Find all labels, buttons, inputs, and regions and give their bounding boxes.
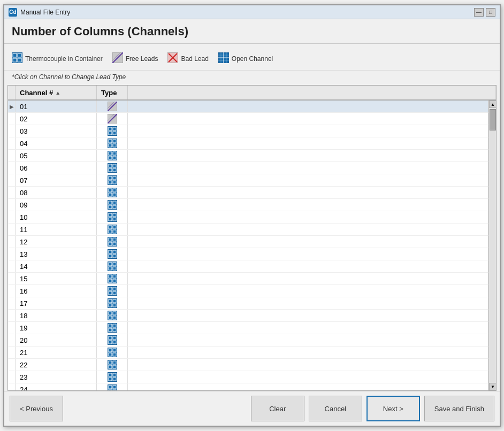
channel-cell[interactable]: 24 — [16, 383, 97, 390]
channel-cell[interactable]: 06 — [16, 162, 97, 174]
channel-cell[interactable]: 13 — [16, 248, 97, 260]
channel-cell[interactable]: 22 — [16, 359, 97, 371]
table-row[interactable]: 17 — [8, 297, 488, 310]
channel-cell[interactable]: 03 — [16, 125, 97, 137]
table-row[interactable]: 11 — [8, 224, 488, 236]
table-row[interactable]: 05 — [8, 150, 488, 162]
table-row[interactable]: 15 — [8, 273, 488, 285]
svg-rect-34 — [108, 151, 117, 160]
scrollbar[interactable]: ▲ ▼ — [488, 101, 496, 390]
row-arrow — [8, 297, 16, 309]
row-rest — [128, 371, 488, 383]
clear-button[interactable]: Clear — [251, 396, 304, 421]
type-cell[interactable] — [97, 383, 128, 390]
header-type: Type — [97, 86, 128, 99]
type-cell[interactable] — [97, 162, 128, 174]
channels-table: Channel # ▲ Type ▶01 02 03 04 — [7, 85, 497, 391]
table-row[interactable]: 20 — [8, 334, 488, 347]
svg-rect-59 — [108, 212, 117, 222]
type-cell[interactable] — [97, 334, 128, 346]
type-cell[interactable] — [97, 260, 128, 272]
table-row[interactable]: 22 — [8, 359, 488, 371]
type-cell[interactable] — [97, 310, 128, 321]
type-cell[interactable] — [97, 224, 128, 235]
type-cell[interactable] — [97, 347, 128, 358]
type-cell[interactable] — [97, 273, 128, 284]
channel-cell[interactable]: 16 — [16, 285, 97, 297]
channel-cell[interactable]: 17 — [16, 297, 97, 309]
channel-cell[interactable]: 21 — [16, 347, 97, 358]
save-finish-button[interactable]: Save and Finish — [424, 396, 494, 421]
channel-cell[interactable]: 15 — [16, 273, 97, 284]
type-cell[interactable] — [97, 322, 128, 334]
table-body[interactable]: ▶01 02 03 04 05 06 — [8, 101, 488, 390]
type-cell[interactable] — [97, 150, 128, 161]
channel-cell[interactable]: 23 — [16, 371, 97, 383]
type-cell[interactable] — [97, 285, 128, 297]
svg-rect-54 — [108, 200, 117, 210]
channel-cell[interactable]: 04 — [16, 137, 97, 149]
row-arrow — [8, 310, 16, 321]
table-row[interactable]: 18 — [8, 310, 488, 322]
table-header: Channel # ▲ Type — [8, 86, 496, 101]
svg-rect-0 — [12, 52, 22, 63]
channel-cell[interactable]: 07 — [16, 174, 97, 186]
table-row[interactable]: 24 — [8, 383, 488, 390]
table-row[interactable]: 13 — [8, 248, 488, 260]
type-cell[interactable] — [97, 359, 128, 371]
type-cell[interactable] — [97, 199, 128, 211]
open-channel-icon — [218, 52, 229, 65]
table-row[interactable]: 19 — [8, 322, 488, 334]
next-button[interactable]: Next > — [366, 396, 420, 421]
channel-cell[interactable]: 18 — [16, 310, 97, 321]
thermocouple-label: Thermocouple in Container — [25, 55, 103, 63]
type-cell[interactable] — [97, 248, 128, 260]
svg-rect-94 — [108, 298, 117, 308]
type-cell[interactable] — [97, 174, 128, 186]
channel-cell[interactable]: 14 — [16, 260, 97, 272]
table-row[interactable]: 04 — [8, 137, 488, 150]
title-bar: Cd Manual File Entry — □ — [4, 5, 500, 19]
table-row[interactable]: 03 — [8, 125, 488, 137]
channel-cell[interactable]: 05 — [16, 150, 97, 161]
table-row[interactable]: 16 — [8, 285, 488, 297]
table-row[interactable]: 09 — [8, 199, 488, 211]
table-row[interactable]: 10 — [8, 211, 488, 224]
table-row[interactable]: 02 — [8, 113, 488, 125]
type-cell[interactable] — [97, 101, 128, 112]
channel-cell[interactable]: 11 — [16, 224, 97, 235]
table-row[interactable]: 07 — [8, 174, 488, 187]
cancel-button[interactable]: Cancel — [309, 396, 362, 421]
type-cell[interactable] — [97, 187, 128, 198]
header-channel[interactable]: Channel # ▲ — [16, 86, 97, 99]
previous-button[interactable]: < Previous — [10, 396, 63, 421]
type-cell[interactable] — [97, 137, 128, 149]
channel-cell[interactable]: 02 — [16, 113, 97, 125]
channel-cell[interactable]: 08 — [16, 187, 97, 198]
channel-cell[interactable]: 01 — [16, 101, 97, 112]
channel-cell[interactable]: 10 — [16, 211, 97, 223]
table-row[interactable]: 06 — [8, 162, 488, 174]
channel-cell[interactable]: 19 — [16, 322, 97, 334]
table-row[interactable]: ▶01 — [8, 101, 488, 113]
table-row[interactable]: 08 — [8, 187, 488, 199]
type-cell[interactable] — [97, 371, 128, 383]
minimize-button[interactable]: — — [474, 8, 484, 17]
table-row[interactable]: 12 — [8, 236, 488, 248]
channel-cell[interactable]: 12 — [16, 236, 97, 248]
channel-cell[interactable]: 20 — [16, 334, 97, 346]
maximize-button[interactable]: □ — [486, 8, 495, 17]
row-rest — [128, 334, 488, 346]
type-cell[interactable] — [97, 297, 128, 309]
type-cell[interactable] — [97, 236, 128, 248]
table-row[interactable]: 23 — [8, 371, 488, 383]
table-row[interactable]: 14 — [8, 260, 488, 273]
scroll-thumb[interactable] — [490, 109, 496, 130]
table-row[interactable]: 21 — [8, 347, 488, 359]
type-cell[interactable] — [97, 113, 128, 125]
channel-cell[interactable]: 09 — [16, 199, 97, 211]
scroll-up-button[interactable]: ▲ — [489, 101, 496, 108]
scroll-down-button[interactable]: ▼ — [489, 383, 496, 390]
type-cell[interactable] — [97, 125, 128, 137]
type-cell[interactable] — [97, 211, 128, 223]
